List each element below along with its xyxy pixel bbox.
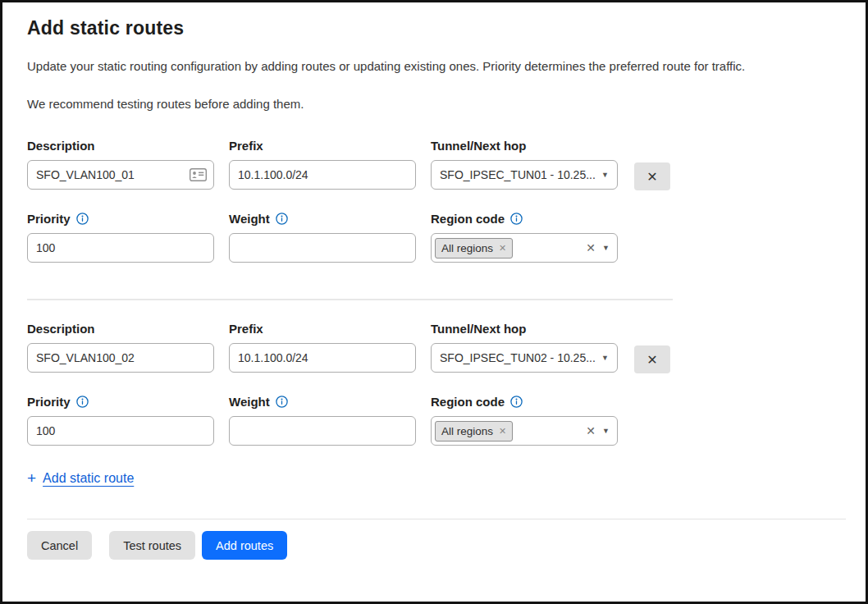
plus-icon: + (27, 470, 36, 486)
chip-remove-icon[interactable]: ✕ (499, 243, 506, 254)
route-1-priority-field: Priority (27, 212, 214, 263)
description-input-wrap (27, 160, 214, 190)
route-2-tunnel-field: Tunnel/Next hop SFO_IPSEC_TUN02 - 10.25.… (431, 322, 618, 373)
remove-route-button[interactable]: ✕ (634, 345, 670, 373)
region-code-label: Region code (431, 395, 505, 409)
region-chip-label: All regions (441, 425, 493, 437)
weight-input[interactable] (229, 416, 416, 446)
region-code-label: Region code (431, 212, 505, 226)
info-icon[interactable] (276, 213, 288, 225)
route-entry-1: Description (27, 139, 843, 263)
page-title: Add static routes (27, 17, 843, 39)
description-input[interactable] (27, 160, 214, 190)
clear-selection-icon[interactable]: ✕ (586, 241, 596, 254)
route-2-description-field: Description (27, 322, 214, 373)
dialog-add-static-routes: Add static routes Update your static rou… (0, 0, 868, 604)
test-routes-button[interactable]: Test routes (109, 531, 195, 560)
route-1-region-field: Region code All regions ✕ (431, 212, 618, 263)
chevron-down-icon: ▼ (601, 171, 609, 179)
add-static-route-label: Add static route (43, 471, 134, 486)
weight-label: Weight (229, 212, 270, 226)
add-routes-button[interactable]: Add routes (202, 531, 287, 560)
weight-label: Weight (229, 395, 270, 409)
info-icon[interactable] (510, 213, 523, 225)
tunnel-label: Tunnel/Next hop (431, 322, 618, 336)
route-1-weight-field: Weight (229, 212, 416, 263)
add-static-route-link[interactable]: + Add static route (27, 470, 134, 486)
region-multiselect[interactable]: All regions ✕ ✕ ▼ (431, 416, 618, 446)
chevron-down-icon[interactable]: ▼ (602, 427, 610, 435)
route-1-description-field: Description (27, 139, 214, 190)
route-2-weight-field: Weight (229, 395, 416, 446)
route-1-row-2: Priority Weight (27, 212, 843, 263)
description-input[interactable] (27, 343, 214, 373)
dialog-subtitle: Update your static routing configuration… (27, 59, 843, 73)
route-separator (27, 299, 673, 300)
info-icon[interactable] (76, 213, 89, 225)
priority-input[interactable] (27, 416, 214, 446)
dialog-note: We recommend testing routes before addin… (27, 97, 843, 111)
region-chip: All regions ✕ (435, 421, 513, 442)
clear-selection-icon[interactable]: ✕ (586, 424, 596, 437)
info-icon[interactable] (510, 396, 523, 408)
prefix-input[interactable] (229, 160, 416, 190)
tunnel-label: Tunnel/Next hop (431, 139, 618, 153)
prefix-input[interactable] (229, 343, 416, 373)
route-2-region-field: Region code All regions ✕ (431, 395, 618, 446)
footer-actions: Cancel Test routes Add routes (27, 531, 843, 560)
dialog-content: Add static routes Update your static rou… (2, 2, 866, 560)
route-2-row-1: Description Prefix Tunnel/Next hop SFO_I… (27, 322, 843, 373)
cancel-button[interactable]: Cancel (27, 531, 92, 560)
route-2-prefix-field: Prefix (229, 322, 416, 373)
footer-divider (27, 519, 846, 519)
tunnel-select[interactable]: SFO_IPSEC_TUN02 - 10.25... ▼ (431, 343, 618, 373)
description-label: Description (27, 139, 214, 153)
chip-remove-icon[interactable]: ✕ (499, 426, 506, 437)
tunnel-select[interactable]: SFO_IPSEC_TUN01 - 10.25... ▼ (431, 160, 618, 190)
remove-route-button[interactable]: ✕ (634, 162, 670, 190)
priority-label: Priority (27, 212, 71, 226)
prefix-label: Prefix (229, 139, 416, 153)
route-entry-2: Description Prefix Tunnel/Next hop SFO_I… (27, 322, 843, 446)
route-2-priority-field: Priority (27, 395, 214, 446)
info-icon[interactable] (76, 396, 89, 408)
priority-input[interactable] (27, 233, 214, 263)
route-2-row-2: Priority Weight (27, 395, 843, 446)
tunnel-selected-value: SFO_IPSEC_TUN02 - 10.25... (440, 351, 596, 364)
description-label: Description (27, 322, 214, 336)
region-chip: All regions ✕ (435, 238, 513, 259)
contact-card-icon[interactable] (190, 168, 207, 181)
weight-input[interactable] (229, 233, 416, 263)
route-1-tunnel-field: Tunnel/Next hop SFO_IPSEC_TUN01 - 10.25.… (431, 139, 618, 190)
chevron-down-icon[interactable]: ▼ (602, 244, 610, 252)
chevron-down-icon: ▼ (601, 354, 609, 362)
tunnel-selected-value: SFO_IPSEC_TUN01 - 10.25... (440, 168, 596, 181)
prefix-label: Prefix (229, 322, 416, 336)
region-multiselect[interactable]: All regions ✕ ✕ ▼ (431, 233, 618, 263)
route-1-prefix-field: Prefix (229, 139, 416, 190)
priority-label: Priority (27, 395, 71, 409)
route-1-row-1: Description (27, 139, 843, 190)
info-icon[interactable] (276, 396, 288, 408)
region-chip-label: All regions (441, 242, 493, 254)
